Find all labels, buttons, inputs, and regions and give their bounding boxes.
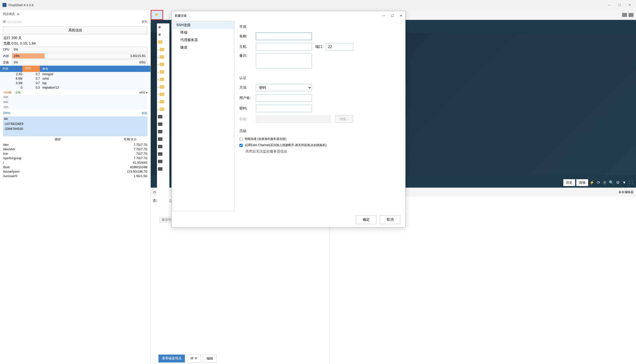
- tree-folder[interactable]: ▸: [157, 106, 169, 113]
- edit-button[interactable]: 编辑: [203, 354, 217, 362]
- tree-server[interactable]: [157, 113, 169, 120]
- tree-node[interactable]: 🖥: [157, 24, 169, 31]
- tree-server[interactable]: [157, 120, 169, 128]
- server-icon: [158, 152, 162, 156]
- process-row[interactable]: 6.5M0.7sshd: [0, 76, 150, 81]
- cmd-editor-label[interactable]: 命令编辑器: [618, 190, 633, 194]
- minimize-icon[interactable]: —: [608, 3, 611, 7]
- host-input[interactable]: [256, 43, 312, 50]
- col-cpu[interactable]: CPU: [23, 66, 40, 72]
- folder-icon: 📂: [155, 13, 159, 17]
- folder-icon: 🗀: [153, 190, 156, 194]
- type-ssh[interactable]: SSH连接: [173, 22, 234, 29]
- tree-folder[interactable]: ▸: [157, 83, 169, 90]
- tree-server[interactable]: [157, 143, 169, 150]
- server-icon: [158, 115, 162, 118]
- tree-folder[interactable]: [157, 38, 169, 46]
- df-button[interactable]: df -h: [187, 354, 201, 362]
- browse-button[interactable]: 浏览...: [335, 115, 353, 123]
- pass-input[interactable]: [256, 105, 312, 112]
- maximize-icon[interactable]: ☐: [618, 3, 621, 7]
- gear-icon[interactable]: ⚙: [615, 180, 620, 185]
- chevron-icon: ▸: [158, 48, 159, 51]
- left-panel: 同步状态 IP xxx.xxx.xxx 复制 系统信息 运行 200 天 负载 …: [0, 10, 151, 364]
- tree-server[interactable]: [157, 150, 169, 158]
- process-row[interactable]: 2.3G0.7mongod: [0, 72, 150, 76]
- dialog-minimize-icon[interactable]: —: [382, 14, 385, 18]
- type-terminal[interactable]: 终端: [173, 29, 234, 36]
- connection-manager-button[interactable]: 📂: [151, 10, 163, 20]
- folder-icon: [160, 70, 164, 74]
- disk-row[interactable]: /boot819M/1014M: [0, 165, 150, 170]
- iface-dropdown[interactable]: eth0 ▾: [139, 91, 147, 94]
- disk-row[interactable]: /home/tysrm173.5G/196.7G: [0, 170, 150, 174]
- disk-row[interactable]: /dev7.7G/7.7G: [0, 142, 150, 147]
- accel-checkbox[interactable]: [239, 138, 243, 141]
- connection-type-list: SSH连接 终端 代理服务器 隧道: [173, 21, 235, 211]
- port-input[interactable]: [326, 43, 353, 50]
- ok-button[interactable]: 确定: [356, 215, 376, 224]
- options-button[interactable]: 选项: [576, 179, 588, 186]
- search-icon[interactable]: 🔍: [609, 180, 614, 185]
- disk-row[interactable]: /41.3G/44G: [0, 160, 150, 165]
- server-icon: [158, 145, 162, 148]
- name-input[interactable]: [256, 32, 312, 40]
- type-proxy[interactable]: 代理服务器: [173, 36, 234, 44]
- tree-folder[interactable]: ▸: [157, 68, 169, 76]
- tree-server[interactable]: [157, 158, 169, 165]
- exec-note: 关闭后无法监控服务器信息: [245, 149, 400, 154]
- tree-folder[interactable]: ▸: [157, 53, 169, 61]
- col-cmd[interactable]: 命令: [40, 66, 150, 72]
- dialog-title: 新建连接: [175, 14, 186, 18]
- mem-val: 3.8G/15.5G: [130, 54, 147, 58]
- exec-checkbox[interactable]: [239, 144, 243, 147]
- fullscreen-icon[interactable]: ⛶: [628, 180, 633, 185]
- status-dot-icon: [17, 13, 20, 16]
- tree-server[interactable]: [157, 128, 169, 135]
- disk-row[interactable]: /run/user/01.5G/1.5G: [0, 174, 150, 178]
- dialog-close-icon[interactable]: ✕: [400, 14, 402, 18]
- swap-label: 交换: [3, 60, 12, 65]
- disk-row[interactable]: /sys/fs/cgroup7.7G/7.7G: [0, 156, 150, 160]
- process-row[interactable]: 00.3migration/13: [0, 85, 150, 90]
- tree-node[interactable]: 🖥: [157, 31, 169, 38]
- folder-icon: [160, 108, 164, 111]
- tree-server[interactable]: [157, 135, 169, 143]
- dialog-maximize-icon[interactable]: ☐: [391, 14, 394, 18]
- tree-folder[interactable]: ▸: [157, 76, 169, 83]
- disk-row[interactable]: /run7G/7.7G: [0, 152, 150, 156]
- tree-folder[interactable]: ▸: [157, 46, 169, 53]
- process-row[interactable]: 3.3M0.7top: [0, 81, 150, 85]
- type-tunnel[interactable]: 隧道: [173, 44, 234, 51]
- grid-view-icon[interactable]: [622, 13, 627, 17]
- ping-n: 44: [4, 117, 8, 121]
- run-cmd-button[interactable]: 查看磁盘情况: [158, 354, 185, 362]
- close-icon[interactable]: ✕: [628, 3, 631, 7]
- tree-folder[interactable]: ▸: [157, 98, 169, 106]
- col-mem[interactable]: 内存: [0, 66, 23, 72]
- cancel-button[interactable]: 取消: [380, 215, 400, 224]
- process-header[interactable]: 内存 CPU 命令: [0, 66, 150, 72]
- ping-host[interactable]: 本机: [141, 111, 147, 116]
- folder-icon: [160, 85, 164, 88]
- bolt-icon[interactable]: ⚡: [589, 180, 595, 185]
- history-button[interactable]: 历史: [563, 179, 575, 186]
- tree-server[interactable]: [157, 165, 169, 173]
- user-input[interactable]: [256, 94, 312, 102]
- copy-icon[interactable]: ⎘: [602, 180, 608, 185]
- refresh-icon[interactable]: ⟳: [596, 180, 601, 185]
- copy-button[interactable]: 复制: [141, 20, 147, 24]
- download-icon[interactable]: ▼: [621, 180, 627, 185]
- net-down: ↓10K: [14, 91, 21, 94]
- method-select[interactable]: 密码: [256, 84, 312, 91]
- titlebar: FinalShell 4.3.0.6 — ☐ ✕: [0, 0, 636, 10]
- tree-folder[interactable]: ▸: [157, 61, 169, 68]
- server-icon: [158, 122, 162, 126]
- disk-row[interactable]: /dev/shm7.7G/7.7G: [0, 147, 150, 152]
- ping-latency: 28ms: [3, 111, 10, 116]
- tree-folder[interactable]: ▸: [157, 90, 169, 98]
- sysinfo-button[interactable]: 系统信息: [3, 26, 147, 34]
- remark-input[interactable]: [256, 54, 312, 68]
- list-view-icon[interactable]: [628, 13, 633, 17]
- exec-label: 启用Exec Channel(若连接上就被断开,请关闭该项,比如跳板机): [245, 143, 327, 147]
